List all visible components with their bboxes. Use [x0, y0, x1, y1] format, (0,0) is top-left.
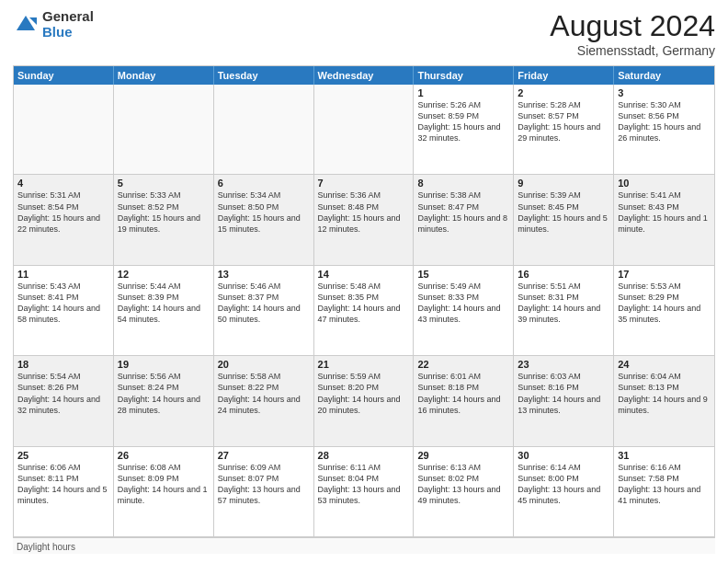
day-number: 8 [417, 178, 509, 189]
day-number: 19 [118, 359, 210, 370]
day-number: 15 [417, 269, 509, 280]
calendar-row-1: 4Sunrise: 5:31 AMSunset: 8:54 PMDaylight… [14, 174, 714, 264]
day-number: 6 [218, 178, 310, 189]
header-cell-friday: Friday [514, 66, 614, 85]
cell-info: Sunrise: 5:33 AMSunset: 8:52 PMDaylight:… [118, 190, 210, 235]
cell-info: Sunrise: 6:06 AMSunset: 8:11 PMDaylight:… [17, 462, 109, 507]
calendar-cell: 6Sunrise: 5:34 AMSunset: 8:50 PMDaylight… [214, 175, 314, 264]
cell-info: Sunrise: 6:14 AMSunset: 8:00 PMDaylight:… [518, 462, 609, 507]
header-cell-monday: Monday [114, 66, 214, 85]
month-title: August 2024 [550, 9, 715, 43]
cell-info: Sunrise: 5:49 AMSunset: 8:33 PMDaylight:… [417, 281, 509, 326]
calendar-cell [314, 85, 415, 174]
calendar-cell: 27Sunrise: 6:09 AMSunset: 8:07 PMDayligh… [214, 447, 314, 536]
header-cell-thursday: Thursday [414, 66, 514, 85]
calendar-cell: 15Sunrise: 5:49 AMSunset: 8:33 PMDayligh… [414, 266, 514, 355]
day-number: 11 [17, 269, 109, 280]
header-cell-saturday: Saturday [614, 66, 714, 85]
calendar-cell: 31Sunrise: 6:16 AMSunset: 7:58 PMDayligh… [614, 447, 714, 536]
header-cell-wednesday: Wednesday [314, 66, 415, 85]
cell-info: Sunrise: 5:44 AMSunset: 8:39 PMDaylight:… [118, 281, 210, 326]
logo-text: General Blue [42, 9, 94, 40]
calendar-cell: 29Sunrise: 6:13 AMSunset: 8:02 PMDayligh… [414, 447, 514, 536]
logo-general: General [42, 9, 94, 25]
day-number: 20 [218, 359, 310, 370]
cell-info: Sunrise: 5:30 AMSunset: 8:56 PMDaylight:… [618, 99, 711, 144]
calendar-cell [214, 85, 314, 174]
calendar-cell: 2Sunrise: 5:28 AMSunset: 8:57 PMDaylight… [514, 85, 614, 174]
calendar-cell: 16Sunrise: 5:51 AMSunset: 8:31 PMDayligh… [514, 266, 614, 355]
calendar-row-0: 1Sunrise: 5:26 AMSunset: 8:59 PMDaylight… [14, 85, 714, 174]
calendar-cell: 7Sunrise: 5:36 AMSunset: 8:48 PMDaylight… [314, 175, 415, 264]
day-number: 3 [618, 87, 711, 98]
calendar-body: 1Sunrise: 5:26 AMSunset: 8:59 PMDaylight… [14, 85, 714, 536]
cell-info: Sunrise: 6:13 AMSunset: 8:02 PMDaylight:… [417, 462, 509, 507]
calendar-cell: 8Sunrise: 5:38 AMSunset: 8:47 PMDaylight… [414, 175, 514, 264]
cell-info: Sunrise: 6:08 AMSunset: 8:09 PMDaylight:… [118, 462, 210, 507]
cell-info: Sunrise: 5:51 AMSunset: 8:31 PMDaylight:… [518, 281, 609, 326]
cell-info: Sunrise: 5:53 AMSunset: 8:29 PMDaylight:… [618, 281, 711, 326]
calendar-row-3: 18Sunrise: 5:54 AMSunset: 8:26 PMDayligh… [14, 355, 714, 445]
note-text: Daylight hours [17, 542, 75, 552]
calendar-cell: 1Sunrise: 5:26 AMSunset: 8:59 PMDaylight… [414, 85, 514, 174]
cell-info: Sunrise: 5:59 AMSunset: 8:20 PMDaylight:… [318, 371, 410, 416]
cell-info: Sunrise: 5:36 AMSunset: 8:48 PMDaylight:… [318, 190, 410, 235]
calendar-cell: 18Sunrise: 5:54 AMSunset: 8:26 PMDayligh… [14, 356, 114, 445]
calendar-cell: 11Sunrise: 5:43 AMSunset: 8:41 PMDayligh… [14, 266, 114, 355]
day-number: 5 [118, 178, 210, 189]
cell-info: Sunrise: 5:41 AMSunset: 8:43 PMDaylight:… [618, 190, 711, 235]
cell-info: Sunrise: 5:43 AMSunset: 8:41 PMDaylight:… [17, 281, 109, 326]
cell-info: Sunrise: 6:01 AMSunset: 8:18 PMDaylight:… [417, 371, 509, 416]
calendar-cell: 21Sunrise: 5:59 AMSunset: 8:20 PMDayligh… [314, 356, 415, 445]
header: General Blue August 2024 Siemensstadt, G… [13, 9, 715, 58]
calendar: SundayMondayTuesdayWednesdayThursdayFrid… [13, 65, 715, 537]
cell-info: Sunrise: 5:58 AMSunset: 8:22 PMDaylight:… [218, 371, 310, 416]
header-cell-sunday: Sunday [14, 66, 114, 85]
header-cell-tuesday: Tuesday [214, 66, 314, 85]
page: General Blue August 2024 Siemensstadt, G… [0, 0, 728, 563]
calendar-cell: 5Sunrise: 5:33 AMSunset: 8:52 PMDaylight… [114, 175, 214, 264]
calendar-cell: 19Sunrise: 5:56 AMSunset: 8:24 PMDayligh… [114, 356, 214, 445]
calendar-cell: 4Sunrise: 5:31 AMSunset: 8:54 PMDaylight… [14, 175, 114, 264]
cell-info: Sunrise: 6:04 AMSunset: 8:13 PMDaylight:… [618, 371, 711, 416]
day-number: 25 [17, 450, 109, 461]
day-number: 9 [518, 178, 609, 189]
day-number: 31 [618, 450, 711, 461]
note-row: Daylight hours [13, 537, 715, 554]
day-number: 22 [417, 359, 509, 370]
calendar-cell: 25Sunrise: 6:06 AMSunset: 8:11 PMDayligh… [14, 447, 114, 536]
day-number: 12 [118, 269, 210, 280]
calendar-cell [114, 85, 214, 174]
calendar-cell: 10Sunrise: 5:41 AMSunset: 8:43 PMDayligh… [614, 175, 714, 264]
logo: General Blue [13, 9, 94, 40]
cell-info: Sunrise: 5:39 AMSunset: 8:45 PMDaylight:… [518, 190, 609, 235]
calendar-cell: 20Sunrise: 5:58 AMSunset: 8:22 PMDayligh… [214, 356, 314, 445]
day-number: 4 [17, 178, 109, 189]
calendar-cell: 28Sunrise: 6:11 AMSunset: 8:04 PMDayligh… [314, 447, 415, 536]
day-number: 30 [518, 450, 609, 461]
calendar-cell: 13Sunrise: 5:46 AMSunset: 8:37 PMDayligh… [214, 266, 314, 355]
day-number: 27 [218, 450, 310, 461]
cell-info: Sunrise: 5:48 AMSunset: 8:35 PMDaylight:… [318, 281, 410, 326]
cell-info: Sunrise: 5:46 AMSunset: 8:37 PMDaylight:… [218, 281, 310, 326]
calendar-cell: 12Sunrise: 5:44 AMSunset: 8:39 PMDayligh… [114, 266, 214, 355]
day-number: 21 [318, 359, 410, 370]
calendar-cell: 3Sunrise: 5:30 AMSunset: 8:56 PMDaylight… [614, 85, 714, 174]
calendar-cell: 22Sunrise: 6:01 AMSunset: 8:18 PMDayligh… [414, 356, 514, 445]
cell-info: Sunrise: 5:26 AMSunset: 8:59 PMDaylight:… [417, 99, 509, 144]
cell-info: Sunrise: 6:16 AMSunset: 7:58 PMDaylight:… [618, 462, 711, 507]
calendar-cell: 24Sunrise: 6:04 AMSunset: 8:13 PMDayligh… [614, 356, 714, 445]
cell-info: Sunrise: 6:09 AMSunset: 8:07 PMDaylight:… [218, 462, 310, 507]
cell-info: Sunrise: 5:28 AMSunset: 8:57 PMDaylight:… [518, 99, 609, 144]
logo-blue-text: Blue [42, 25, 94, 40]
day-number: 23 [518, 359, 609, 370]
day-number: 26 [118, 450, 210, 461]
calendar-row-4: 25Sunrise: 6:06 AMSunset: 8:11 PMDayligh… [14, 446, 714, 536]
calendar-header: SundayMondayTuesdayWednesdayThursdayFrid… [14, 66, 714, 85]
cell-info: Sunrise: 6:11 AMSunset: 8:04 PMDaylight:… [318, 462, 410, 507]
day-number: 1 [417, 87, 509, 98]
day-number: 17 [618, 269, 711, 280]
calendar-cell: 9Sunrise: 5:39 AMSunset: 8:45 PMDaylight… [514, 175, 614, 264]
day-number: 28 [318, 450, 410, 461]
cell-info: Sunrise: 6:03 AMSunset: 8:16 PMDaylight:… [518, 371, 609, 416]
